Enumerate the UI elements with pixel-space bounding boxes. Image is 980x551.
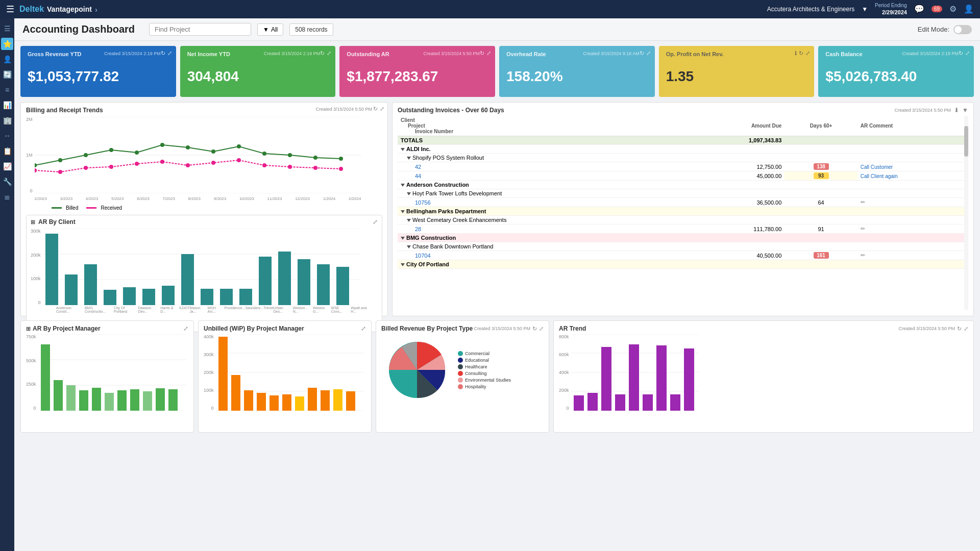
refresh-icon-5[interactable]: ↻ [799,50,803,57]
ar-by-client-expand[interactable]: ⤢ [373,218,378,226]
aldi-comment [857,145,968,154]
expand-icon-3[interactable]: ⤢ [486,50,491,57]
refresh-icon-2[interactable]: ↻ [320,50,325,57]
refresh-icon-4[interactable]: ↻ [640,50,644,57]
unbilled-pm-expand[interactable]: ⤢ [361,325,366,332]
sidebar-item-menu[interactable]: ≣ [1,191,13,203]
invoice-10704-num[interactable]: 10704 [398,251,685,260]
kpi-net-income-created: Created 3/15/2024 2:19 PM [264,51,321,56]
chat-icon[interactable]: 💬 [914,4,924,14]
filter-icon-invoice[interactable]: ▼ [962,107,968,114]
ar-trend-chart [571,334,699,411]
client-aldi: ALDI Inc. [398,145,685,154]
edit-icon-10704[interactable]: ✏ [861,252,865,258]
project-row-chase: Chase Bank Downtown Portland [398,242,968,251]
billed-refresh[interactable]: ↻ [532,325,537,332]
outstanding-invoices-panel: Outstanding Invoices - Over 60 Days Crea… [392,102,974,316]
filter-icon: ▼ [263,26,269,33]
col-ar-comment: AR Comment [857,116,968,136]
svg-point-9 [186,145,190,149]
ar-x-8: MGH Arc... [208,306,225,313]
invoice-42-days: 138 [785,162,857,171]
info-icon[interactable]: ℹ [795,50,797,57]
ar-trend-y2: 600k [559,352,569,357]
ar-trend-refresh[interactable]: ↻ [957,325,962,332]
refresh-billing[interactable]: ↻ [373,106,378,112]
expand-icon-2[interactable]: ⤢ [327,50,331,57]
notification-badge[interactable]: 69 [932,6,942,12]
company-chevron[interactable]: ▼ [862,6,868,13]
svg-rect-56 [79,390,88,411]
ar-by-client-collapse[interactable]: ⊞ [31,219,35,226]
billed-expand[interactable]: ⤢ [539,325,544,332]
invoice-28-num[interactable]: 28 [398,224,685,234]
expand-billing[interactable]: ⤢ [380,106,384,112]
sidebar-item-clipboard[interactable]: 📋 [1,145,13,157]
refresh-icon-6[interactable]: ↻ [959,50,963,57]
invoice-42-num[interactable]: 42 [398,162,685,171]
ar-pm-collapse[interactable]: ⊞ [26,325,31,332]
ar-pm-expand[interactable]: ⤢ [183,325,188,332]
sidebar-item-exchange[interactable]: ↔ [1,130,13,142]
menu-icon[interactable]: ☰ [6,4,14,15]
invoice-10756-num[interactable]: 10756 [398,198,685,207]
scrollbar-thumb[interactable] [964,126,968,157]
invoice-42-comment: Call Customer [857,162,968,171]
svg-rect-61 [143,391,152,411]
find-project-input[interactable] [149,23,251,36]
svg-rect-36 [104,290,116,305]
sidebar-item-chart[interactable]: 📊 [1,99,13,111]
client-row-aldi: ALDI Inc. [398,145,968,154]
wc-comment [857,216,968,224]
ar-comment-44[interactable]: Call Client again [861,173,898,179]
scrollbar-track[interactable] [964,116,968,310]
ar-pm-chart [38,334,186,411]
svg-rect-90 [629,344,639,411]
sidebar-item-sync[interactable]: 🔄 [1,68,13,81]
filter-button[interactable]: ▼ All [257,23,283,36]
x-label-8: 9/2023 [214,196,226,201]
svg-rect-34 [65,274,78,305]
period-box: Period Ending 2/29/2024 [875,2,907,16]
refresh-icon[interactable]: ↻ [161,50,165,57]
gear-icon[interactable]: ⚙ [949,4,957,14]
bmg-comment [857,234,968,242]
x-label-1: 2/2023 [35,196,47,201]
sidebar-item-star[interactable]: ⭐ [1,38,13,50]
x-label-13: 2/2024 [349,196,361,201]
middle-row: Billing and Receipt Trends Created 3/15/… [20,102,974,316]
col-amount-due: Amount Due [685,116,785,136]
svg-rect-46 [298,259,310,305]
user-icon[interactable]: 👤 [964,4,974,14]
unbilled-pm-panel: Unbilled (WiP) By Project Manager ⤢ 400k… [198,320,372,433]
svg-rect-60 [130,389,139,411]
edit-mode-toggle[interactable] [953,25,972,34]
invoice-28-comment: ✏ [857,224,968,234]
sidebar-item-building[interactable]: 🏢 [1,114,13,127]
ar-comment-42[interactable]: Call Customer [861,164,893,170]
svg-point-28 [339,167,343,171]
project-shopify: Shopify POS System Rollout [398,154,685,162]
kpi-op-profit-icons: ℹ ↻ ⤢ [795,50,810,57]
download-icon[interactable]: ⬇ [954,107,959,114]
col-project-header: Project [401,123,682,129]
edit-icon-10756[interactable]: ✏ [861,199,865,205]
edit-icon-28[interactable]: ✏ [861,226,865,232]
invoice-28-days: 91 [785,224,857,234]
sidebar-item-trending[interactable]: 📈 [1,160,13,172]
sidebar-item-tools[interactable]: 🔧 [1,176,13,188]
invoice-44-num[interactable]: 44 [398,171,685,181]
ar-pm-y2: 500k [26,358,36,363]
expand-icon[interactable]: ⤢ [167,50,172,57]
ar-trend-expand[interactable]: ⤢ [964,325,968,332]
svg-rect-54 [54,380,63,411]
sidebar-item-list[interactable]: ≡ [1,84,13,96]
expand-icon-5[interactable]: ⤢ [805,50,810,57]
sidebar-item-home[interactable]: ☰ [1,22,13,35]
expand-icon-6[interactable]: ⤢ [965,50,970,57]
refresh-icon-3[interactable]: ↻ [480,50,484,57]
expand-icon-4[interactable]: ⤢ [646,50,651,57]
col-invoice-header: Invoice Number [401,129,682,134]
kpi-overhead-value: 158.20% [506,68,648,85]
sidebar-item-user[interactable]: 👤 [1,53,13,65]
